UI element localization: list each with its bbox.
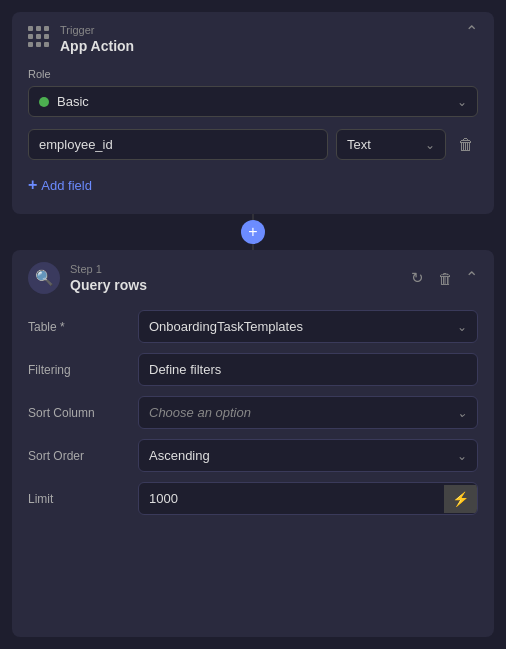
sort-order-value: Ascending: [149, 448, 210, 463]
add-field-label: Add field: [41, 178, 92, 193]
sort-column-select[interactable]: Choose an option ⌄: [138, 396, 478, 429]
trigger-label: Trigger: [60, 24, 134, 36]
field-name-input[interactable]: [28, 129, 328, 160]
table-select[interactable]: OnboardingTaskTemplates ⌄: [138, 310, 478, 343]
step-title: Query rows: [70, 277, 147, 293]
add-step-button[interactable]: +: [241, 220, 265, 244]
trigger-header: Trigger App Action ⌃: [28, 24, 478, 54]
sort-column-label: Sort Column: [28, 406, 138, 420]
trigger-card: Trigger App Action ⌃ Role Basic ⌄: [12, 12, 494, 214]
filtering-label: Filtering: [28, 363, 138, 377]
sort-order-label: Sort Order: [28, 449, 138, 463]
trigger-collapse-button[interactable]: ⌃: [465, 24, 478, 40]
step-label: Step 1: [70, 263, 147, 275]
sort-column-placeholder: Choose an option: [149, 405, 251, 420]
role-row: Basic ⌄: [28, 86, 478, 117]
delete-field-button[interactable]: 🗑: [454, 132, 478, 158]
query-collapse-button[interactable]: ⌃: [465, 270, 478, 286]
filtering-row: Filtering Define filters: [28, 353, 478, 386]
search-icon: 🔍: [28, 262, 60, 294]
filtering-value: Define filters: [149, 362, 221, 377]
table-value: OnboardingTaskTemplates: [149, 319, 303, 334]
role-indicator: [39, 97, 49, 107]
role-section: Role Basic ⌄: [28, 68, 478, 117]
limit-input[interactable]: [139, 483, 444, 514]
filtering-button[interactable]: Define filters: [138, 353, 478, 386]
limit-label: Limit: [28, 492, 138, 506]
lightning-button[interactable]: ⚡: [444, 485, 477, 513]
sort-column-row: Sort Column Choose an option ⌄: [28, 396, 478, 429]
query-title-group: Step 1 Query rows: [70, 263, 147, 293]
app-container: Trigger App Action ⌃ Role Basic ⌄: [0, 0, 506, 649]
table-label: Table *: [28, 320, 138, 334]
refresh-button[interactable]: ↻: [409, 267, 426, 289]
add-field-button[interactable]: + Add field: [28, 172, 92, 198]
query-header: 🔍 Step 1 Query rows ↻ 🗑 ⌃: [28, 262, 478, 294]
connector: +: [12, 214, 494, 250]
table-chevron-icon: ⌄: [457, 320, 467, 334]
role-select[interactable]: Basic ⌄: [28, 86, 478, 117]
field-type-value: Text: [347, 137, 371, 152]
plus-icon: +: [28, 176, 37, 194]
sort-order-chevron-icon: ⌄: [457, 449, 467, 463]
query-actions: ↻ 🗑 ⌃: [409, 267, 478, 289]
type-chevron-icon: ⌄: [425, 138, 435, 152]
query-card: 🔍 Step 1 Query rows ↻ 🗑 ⌃ Table * Onboar…: [12, 250, 494, 637]
limit-row: Limit ⚡: [28, 482, 478, 515]
role-chevron-icon: ⌄: [457, 95, 467, 109]
grid-icon: [28, 26, 50, 48]
sort-column-chevron-icon: ⌄: [457, 406, 467, 420]
role-label: Role: [28, 68, 478, 80]
query-header-left: 🔍 Step 1 Query rows: [28, 262, 147, 294]
delete-step-button[interactable]: 🗑: [436, 268, 455, 289]
role-value: Basic: [57, 94, 89, 109]
sort-order-row: Sort Order Ascending ⌄: [28, 439, 478, 472]
field-type-select[interactable]: Text ⌄: [336, 129, 446, 160]
trigger-subtitle: App Action: [60, 38, 134, 54]
limit-input-wrapper: ⚡: [138, 482, 478, 515]
field-row: Text ⌄ 🗑: [28, 129, 478, 160]
sort-order-select[interactable]: Ascending ⌄: [138, 439, 478, 472]
table-row: Table * OnboardingTaskTemplates ⌄: [28, 310, 478, 343]
trigger-title-group: Trigger App Action: [60, 24, 134, 54]
trigger-header-left: Trigger App Action: [28, 24, 134, 54]
plus-icon: +: [248, 224, 257, 240]
